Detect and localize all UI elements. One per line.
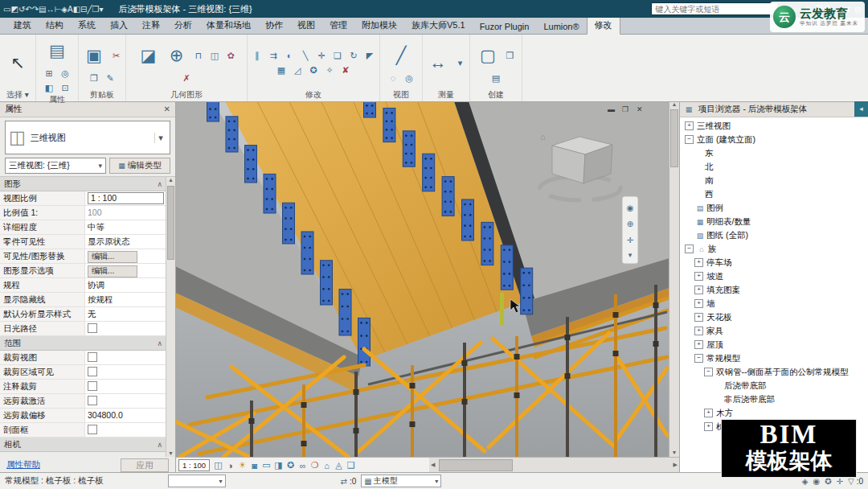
properties-help-link[interactable]: 属性帮助	[6, 459, 40, 471]
formwork-panel[interactable]	[321, 261, 333, 305]
property-value[interactable]	[85, 423, 166, 437]
select-underlay-icon[interactable]: ◉	[813, 477, 820, 486]
property-value[interactable]: 编辑...	[85, 264, 166, 277]
tree-item-坡道[interactable]: +坡道	[680, 269, 868, 283]
pan-icon[interactable]: ✛	[627, 236, 634, 244]
tree-item-常规模型[interactable]: −常规模型	[680, 351, 868, 365]
formwork-panel[interactable]	[339, 290, 351, 335]
wall-joins-icon[interactable]: ⊓	[192, 49, 206, 62]
expand-icon[interactable]: +	[694, 299, 703, 308]
search-input[interactable]	[651, 2, 778, 15]
formwork-panel[interactable]	[207, 101, 219, 121]
tree-item-明细表/数量[interactable]: ▦明细表/数量	[680, 215, 868, 228]
property-value[interactable]: 无	[85, 307, 166, 321]
tree-item-东[interactable]: 东	[680, 146, 868, 160]
formwork-panel[interactable]	[358, 318, 371, 366]
tree-item-墙[interactable]: +墙	[680, 297, 868, 310]
expand-icon[interactable]: +	[685, 121, 694, 130]
property-value[interactable]	[85, 365, 166, 379]
redo-icon[interactable]: ↷	[32, 5, 39, 14]
property-checkbox[interactable]	[88, 396, 97, 405]
property-value[interactable]	[85, 380, 166, 393]
active-workset-combo[interactable]: ▦ 主模型▾	[361, 475, 441, 487]
formwork-panel[interactable]	[226, 117, 238, 152]
default-3d-view-icon[interactable]: ◧	[73, 5, 80, 14]
expand-icon[interactable]: +	[704, 422, 713, 431]
steering-wheel-icon[interactable]: ◉	[627, 203, 634, 212]
tree-item-三维视图[interactable]: +三维视图	[680, 119, 868, 133]
tree-item-非后浇带底部[interactable]: 非后浇带底部	[680, 392, 868, 406]
tab-Lumion®[interactable]: Lumion®	[536, 19, 586, 34]
paint-icon[interactable]: ✿	[224, 49, 238, 62]
measure-caret-icon[interactable]: ▾	[453, 56, 467, 69]
apply-button[interactable]: 应用	[121, 458, 169, 472]
tag-by-category-icon[interactable]: ◈	[61, 5, 68, 14]
property-checkbox[interactable]	[88, 323, 97, 333]
edit-value-button[interactable]: 编辑...	[88, 265, 137, 277]
window-restore-icon[interactable]: ❐	[622, 105, 628, 113]
section-collapse-icon[interactable]: ∧	[157, 441, 162, 449]
formwork-panel[interactable]	[501, 245, 513, 290]
copy-to-clipboard-icon[interactable]: ❐	[88, 72, 101, 84]
panel-label[interactable]: 修改	[248, 89, 379, 101]
shadows-toggle-icon[interactable]: ◑	[224, 461, 236, 471]
expand-icon[interactable]: +	[694, 258, 703, 267]
tree-item-立面 (建筑立面)[interactable]: −立面 (建筑立面)	[680, 133, 868, 146]
tree-item-家具[interactable]: +家具	[680, 324, 868, 338]
expand-icon[interactable]: +	[694, 340, 703, 349]
select-pinned-icon[interactable]: ✪	[825, 477, 831, 486]
property-value[interactable]: 中等	[85, 220, 166, 234]
vertical-scrollbar[interactable]: ▲ ▼	[669, 101, 679, 457]
legend-component-icon[interactable]: ▤	[489, 72, 503, 84]
family-types-icon[interactable]: ⊞	[43, 67, 56, 80]
match-type-properties-icon[interactable]: ✎	[104, 72, 117, 84]
visual-style-icon[interactable]: ◫	[212, 460, 224, 471]
expand-icon[interactable]: +	[704, 409, 713, 417]
move-icon[interactable]: ✛	[315, 49, 329, 62]
property-section-范围[interactable]: 范围∧	[0, 336, 166, 351]
crop-visibility-icon[interactable]: ◨	[272, 460, 285, 471]
property-checkbox[interactable]	[88, 367, 97, 376]
tree-item-双钢管--侧面基于面的公制常规模型[interactable]: −双钢管--侧面基于面的公制常规模型	[680, 365, 868, 379]
property-section-相机[interactable]: 相机∧	[0, 438, 166, 452]
edit-type-button[interactable]: ▦ 编辑类型	[109, 158, 170, 174]
window-minimize-icon[interactable]: ▬	[608, 105, 615, 113]
offset-icon[interactable]: ⇉	[267, 49, 280, 62]
scroll-left-icon[interactable]: ◀	[431, 462, 435, 468]
create-group-icon[interactable]: ▢	[475, 41, 501, 70]
3d-view-canvas[interactable]: ⌂ ◉ ⊕ ✛ ▾ ▬❐✕	[175, 101, 669, 457]
tab-分析[interactable]: 分析	[167, 17, 199, 34]
expand-icon[interactable]: +	[694, 286, 703, 294]
select-links-icon[interactable]: ◈	[802, 477, 809, 486]
sun-path-icon[interactable]: ☀	[236, 460, 248, 471]
tree-item-北[interactable]: 北	[680, 160, 868, 174]
split-element-icon[interactable]: ╲	[299, 49, 313, 62]
materials-icon[interactable]: ◧	[43, 81, 56, 94]
tree-item-图纸 (全部)[interactable]: ▧图纸 (全部)	[680, 228, 868, 242]
property-value[interactable]	[85, 322, 166, 335]
print-icon[interactable]: ▤	[39, 5, 46, 14]
formwork-panel[interactable]	[481, 222, 493, 265]
filter-funnel-icon[interactable]: ▽	[848, 477, 854, 486]
panel-autohide-tab[interactable]: ◂	[854, 101, 868, 117]
tab-修改[interactable]: 修改	[587, 16, 620, 35]
align-icon[interactable]: ∥	[251, 49, 264, 62]
formwork-panel[interactable]	[423, 154, 435, 191]
delete-icon[interactable]: ✘	[339, 64, 353, 76]
drag-on-selection-icon[interactable]: ✛	[837, 477, 843, 486]
worksharing-display-icon[interactable]: ⌂	[321, 461, 333, 471]
tree-item-图例[interactable]: ▤图例	[680, 201, 868, 215]
property-checkbox[interactable]	[88, 381, 97, 391]
viewcube-home-icon[interactable]: ⌂	[540, 132, 546, 142]
formwork-panel[interactable]	[442, 177, 454, 216]
collapse-icon[interactable]: −	[704, 368, 713, 376]
qat-customize-icon[interactable]: ▾	[99, 5, 103, 14]
hide-elements-icon[interactable]: ◌	[387, 72, 400, 84]
formwork-panel[interactable]	[301, 232, 313, 274]
scroll-up-icon[interactable]: ▲	[672, 101, 678, 107]
scroll-right-icon[interactable]: ▶	[674, 462, 678, 468]
panel-label[interactable]: 属性	[36, 94, 78, 105]
property-value[interactable]: 编辑...	[85, 249, 166, 263]
tree-item-后浇带底部[interactable]: 后浇带底部	[680, 379, 868, 392]
visibility-graphics-icon[interactable]: ◎	[59, 67, 72, 80]
